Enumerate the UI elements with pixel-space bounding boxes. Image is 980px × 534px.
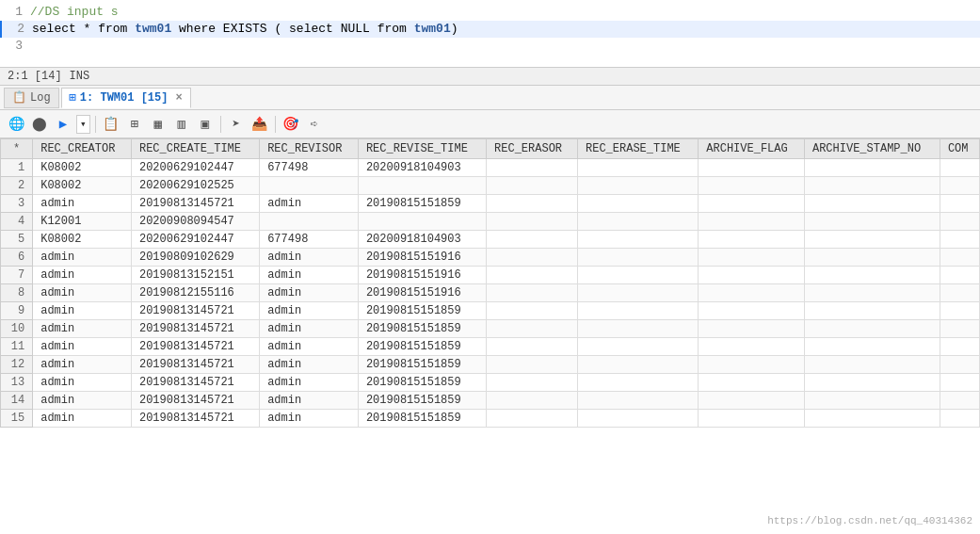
col-header-archive-flag[interactable]: ARCHIVE_FLAG [699, 139, 805, 159]
cell-rec-creator[interactable]: admin [33, 284, 132, 302]
cell-rec-revise-time[interactable]: 20190815151859 [358, 374, 486, 392]
col-header-rec-revisor[interactable]: REC_REVISOR [260, 139, 359, 159]
cell-rec-erasor[interactable] [487, 410, 578, 428]
cell-com[interactable] [940, 356, 979, 374]
cell-rec-erase-time[interactable] [578, 410, 699, 428]
cell-rec-erasor[interactable] [487, 267, 578, 284]
cell-rec-revisor[interactable]: admin [260, 338, 359, 356]
cell-archive-stamp-no[interactable] [804, 267, 940, 284]
toolbar-grid-btn[interactable]: ⊞ [124, 114, 145, 135]
cell-com[interactable] [940, 338, 979, 356]
cell-rec-create-time[interactable]: 20190813145721 [131, 195, 259, 213]
table-row[interactable]: 10admin20190813145721admin20190815151859 [1, 320, 980, 338]
cell-archive-flag[interactable] [699, 302, 805, 320]
cell-rec-revise-time[interactable]: 20190815151859 [358, 410, 486, 428]
cell-rec-creator[interactable]: K08002 [33, 231, 132, 249]
cell-rec-create-time[interactable]: 20190813145721 [131, 338, 259, 356]
cell-rec-creator[interactable]: admin [33, 392, 132, 410]
cell-rec-erase-time[interactable] [578, 267, 699, 284]
cell-archive-stamp-no[interactable] [804, 195, 940, 213]
cell-archive-stamp-no[interactable] [804, 302, 940, 320]
tab-log[interactable]: 📋 Log [4, 88, 59, 108]
cell-rec-revise-time[interactable]: 20190815151859 [358, 320, 486, 338]
table-row[interactable]: 1K08002202006291024476774982020091810490… [1, 159, 980, 177]
cell-rec-creator[interactable]: admin [33, 320, 132, 338]
cell-rec-creator[interactable]: admin [33, 302, 132, 320]
cell-rec-erasor[interactable] [487, 284, 578, 302]
table-row[interactable]: 13admin20190813145721admin20190815151859 [1, 374, 980, 392]
table-row[interactable]: 6admin20190809102629admin20190815151916 [1, 249, 980, 267]
cell-rec-revisor[interactable]: admin [260, 374, 359, 392]
cell-rec-revise-time[interactable]: 20190815151916 [358, 267, 486, 284]
cell-rec-create-time[interactable]: 20200908094547 [131, 213, 259, 231]
cell-rec-erasor[interactable] [487, 231, 578, 249]
cell-rec-erase-time[interactable] [578, 320, 699, 338]
cell-rec-erase-time[interactable] [578, 177, 699, 195]
cell-rec-revisor[interactable]: admin [260, 284, 359, 302]
grid-area[interactable]: * REC_CREATOR REC_CREATE_TIME REC_REVISO… [0, 138, 980, 534]
cell-rec-revisor[interactable]: admin [260, 267, 359, 284]
cell-rec-erasor[interactable] [487, 356, 578, 374]
cell-rec-creator[interactable]: admin [33, 195, 132, 213]
cell-rec-erasor[interactable] [487, 320, 578, 338]
cell-archive-stamp-no[interactable] [804, 213, 940, 231]
cell-archive-stamp-no[interactable] [804, 249, 940, 267]
cell-rec-revise-time[interactable]: 20190815151859 [358, 338, 486, 356]
cell-rec-creator[interactable]: admin [33, 374, 132, 392]
cell-archive-flag[interactable] [699, 177, 805, 195]
cell-com[interactable] [940, 392, 979, 410]
cell-rec-erase-time[interactable] [578, 195, 699, 213]
cell-rec-erasor[interactable] [487, 374, 578, 392]
cell-rec-erasor[interactable] [487, 249, 578, 267]
cell-rec-revisor[interactable]: admin [260, 392, 359, 410]
col-header-rec-revise-time[interactable]: REC_REVISE_TIME [358, 139, 486, 159]
toolbar-export-btn[interactable]: 📤 [249, 114, 270, 135]
table-row[interactable]: 5K08002202006291024476774982020091810490… [1, 231, 980, 249]
col-header-rec-create-time[interactable]: REC_CREATE_TIME [131, 139, 259, 159]
table-row[interactable]: 8admin20190812155116admin20190815151916 [1, 284, 980, 302]
cell-rec-creator[interactable]: admin [33, 249, 132, 267]
cell-rec-erasor[interactable] [487, 213, 578, 231]
toolbar-layout1-btn[interactable]: ▦ [148, 114, 169, 135]
cell-rec-revisor[interactable] [260, 177, 359, 195]
cell-rec-revise-time[interactable] [358, 177, 486, 195]
cell-archive-flag[interactable] [699, 231, 805, 249]
toolbar-copy-btn[interactable]: 📋 [101, 114, 121, 135]
cell-rec-creator[interactable]: admin [33, 410, 132, 428]
cell-rec-revise-time[interactable]: 20200918104903 [358, 159, 486, 177]
cell-rec-create-time[interactable]: 20190813145721 [131, 320, 259, 338]
cell-rec-revise-time[interactable]: 20200918104903 [358, 231, 486, 249]
toolbar-layout3-btn[interactable]: ▣ [195, 114, 216, 135]
cell-rec-revisor[interactable] [260, 213, 359, 231]
table-row[interactable]: 4K1200120200908094547 [1, 213, 980, 231]
cell-com[interactable] [940, 320, 979, 338]
cell-archive-flag[interactable] [699, 249, 805, 267]
cell-rec-creator[interactable]: admin [33, 356, 132, 374]
cell-rec-revise-time[interactable]: 20190815151916 [358, 249, 486, 267]
cell-rec-revise-time[interactable]: 20190815151916 [358, 284, 486, 302]
col-header-rec-erase-time[interactable]: REC_ERASE_TIME [578, 139, 699, 159]
table-row[interactable]: 11admin20190813145721admin20190815151859 [1, 338, 980, 356]
cell-com[interactable] [940, 302, 979, 320]
cell-com[interactable] [940, 231, 979, 249]
cell-rec-create-time[interactable]: 20190813145721 [131, 302, 259, 320]
cell-rec-creator[interactable]: K08002 [33, 159, 132, 177]
cell-archive-flag[interactable] [699, 338, 805, 356]
cell-rec-revisor[interactable]: admin [260, 302, 359, 320]
cell-rec-revisor[interactable]: admin [260, 356, 359, 374]
cell-archive-flag[interactable] [699, 267, 805, 284]
col-header-rec-erasor[interactable]: REC_ERASOR [487, 139, 578, 159]
cell-rec-erasor[interactable] [487, 177, 578, 195]
cell-com[interactable] [940, 249, 979, 267]
table-row[interactable]: 7admin20190813152151admin20190815151916 [1, 267, 980, 284]
cell-com[interactable] [940, 159, 979, 177]
toolbar-redo-btn[interactable]: ➪ [304, 114, 325, 135]
cell-rec-erase-time[interactable] [578, 213, 699, 231]
cell-com[interactable] [940, 177, 979, 195]
cell-rec-revise-time[interactable] [358, 213, 486, 231]
cell-rec-creator[interactable]: admin [33, 338, 132, 356]
cell-rec-erasor[interactable] [487, 338, 578, 356]
cell-rec-erasor[interactable] [487, 302, 578, 320]
cell-rec-erase-time[interactable] [578, 338, 699, 356]
table-row[interactable]: 2K0800220200629102525 [1, 177, 980, 195]
